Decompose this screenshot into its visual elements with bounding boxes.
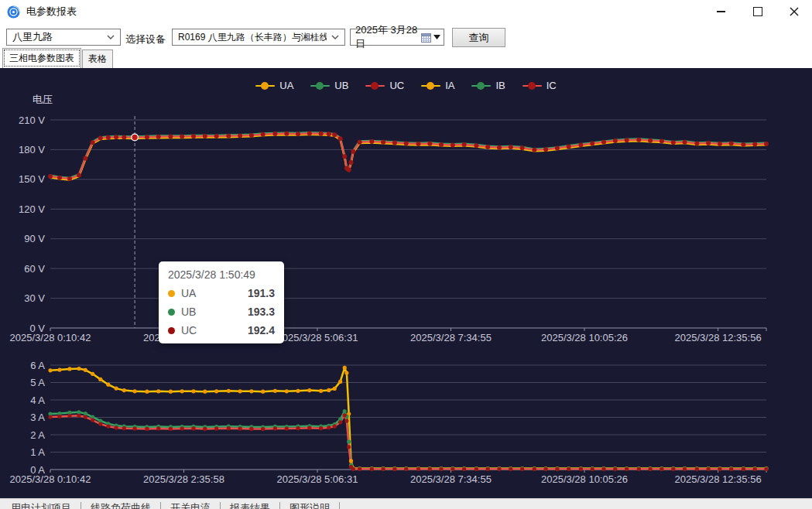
chart-legend: UAUBUCIAIBIC <box>0 80 812 91</box>
device-select-value: R0169 八里九路（长丰路）与湘桂线交 <box>178 31 327 44</box>
svg-text:120 V: 120 V <box>19 203 45 215</box>
device-select[interactable]: R0169 八里九路（长丰路）与湘桂线交 <box>172 29 345 46</box>
line-select[interactable]: 八里九路 <box>6 29 121 46</box>
legend-label: UA <box>279 80 293 91</box>
svg-text:0 V: 0 V <box>29 323 45 334</box>
tooltip-timestamp: 2025/3/28 1:50:49 <box>168 268 275 281</box>
svg-text:电压: 电压 <box>33 94 53 105</box>
legend-item-ic[interactable]: IC <box>522 80 557 91</box>
svg-text:2025/3/28 0:10:42: 2025/3/28 0:10:42 <box>10 473 91 485</box>
svg-text:150 V: 150 V <box>19 173 45 185</box>
date-picker-value: 2025年 3月28日 <box>355 23 421 51</box>
tooltip-rows: UA191.3UB193.3UC192.4 <box>168 287 275 336</box>
legend-item-ub[interactable]: UB <box>310 80 348 91</box>
legend-marker-icon <box>522 81 542 91</box>
svg-text:2025/3/28 12:35:56: 2025/3/28 12:35:56 <box>675 473 762 485</box>
legend-marker-icon <box>365 81 385 91</box>
tab-table[interactable]: 表格 <box>82 50 113 68</box>
svg-text:1 A: 1 A <box>30 446 45 458</box>
minimize-icon <box>717 11 725 12</box>
svg-text:2025/3/28 7:34:55: 2025/3/28 7:34:55 <box>410 473 492 485</box>
legend-label: UB <box>334 80 348 91</box>
tooltip-row-uc: UC192.4 <box>168 324 275 336</box>
legend-label: UC <box>389 80 404 91</box>
svg-text:60 V: 60 V <box>24 263 45 275</box>
tooltip-row-ub: UB193.3 <box>168 306 275 318</box>
device-label: 选择设备 <box>125 32 166 46</box>
svg-text:2025/3/28 5:06:31: 2025/3/28 5:06:31 <box>277 473 358 485</box>
background-window-text: 用电计划项目线路负荷曲线开关电流报表结果图形说明 <box>2 501 340 509</box>
legend-item-ib[interactable]: IB <box>471 80 505 91</box>
window-titlebar: 电参数报表 <box>0 0 812 24</box>
close-button[interactable] <box>776 0 812 23</box>
maximize-icon <box>753 7 762 16</box>
tab-strip: 三相电参数图表 表格 <box>0 51 812 68</box>
svg-text:6 A: 6 A <box>30 360 45 371</box>
svg-text:4 A: 4 A <box>30 395 45 406</box>
svg-text:2025/3/28 7:34:55: 2025/3/28 7:34:55 <box>410 332 492 343</box>
legend-marker-icon <box>471 81 491 91</box>
dropdown-arrow-icon <box>433 35 440 39</box>
chart-panel: 2025/3/28 0:10:422025/3/28 2:35:582025/3… <box>0 68 812 498</box>
window-title: 电参数报表 <box>26 5 77 19</box>
svg-text:210 V: 210 V <box>19 114 45 126</box>
calendar-icon <box>421 32 431 43</box>
svg-text:90 V: 90 V <box>24 233 45 244</box>
svg-text:2025/3/28 5:06:31: 2025/3/28 5:06:31 <box>277 332 358 343</box>
chart-tooltip: 2025/3/28 1:50:49 UA191.3UB193.3UC192.4 <box>159 261 284 343</box>
legend-item-uc[interactable]: UC <box>365 80 404 91</box>
chevron-down-icon <box>327 35 339 39</box>
legend-marker-icon <box>255 81 275 91</box>
legend-label: IA <box>445 80 454 91</box>
background-window-strip: 用电计划项目线路负荷曲线开关电流报表结果图形说明 <box>0 498 812 509</box>
close-icon <box>790 7 799 16</box>
svg-text:2025/3/28 12:35:56: 2025/3/28 12:35:56 <box>675 332 762 343</box>
chevron-down-icon <box>102 35 115 39</box>
tooltip-row-ua: UA191.3 <box>168 287 275 299</box>
line-select-value: 八里九路 <box>12 30 53 44</box>
svg-text:30 V: 30 V <box>24 292 45 304</box>
legend-label: IB <box>495 80 505 91</box>
svg-text:3 A: 3 A <box>30 412 45 423</box>
window-controls <box>703 0 812 23</box>
legend-item-ua[interactable]: UA <box>255 80 293 91</box>
svg-text:2025/3/28 0:10:42: 2025/3/28 0:10:42 <box>10 332 91 343</box>
legend-label: IC <box>546 80 557 91</box>
query-button[interactable]: 查询 <box>452 28 505 47</box>
maximize-button[interactable] <box>739 0 776 23</box>
svg-text:180 V: 180 V <box>19 144 45 155</box>
svg-text:2025/3/28 10:05:26: 2025/3/28 10:05:26 <box>541 473 628 485</box>
minimize-button[interactable] <box>703 0 739 23</box>
app-icon <box>7 5 20 19</box>
date-picker[interactable]: 2025年 3月28日 <box>350 29 444 46</box>
tab-chart[interactable]: 三相电参数图表 <box>2 48 81 68</box>
svg-text:5 A: 5 A <box>30 377 45 388</box>
legend-item-ia[interactable]: IA <box>421 80 454 91</box>
legend-marker-icon <box>310 81 330 91</box>
charts-canvas[interactable]: 2025/3/28 0:10:422025/3/28 2:35:582025/3… <box>0 68 812 498</box>
legend-marker-icon <box>421 81 440 91</box>
toolbar: 八里九路 选择设备 R0169 八里九路（长丰路）与湘桂线交 2025年 3月2… <box>0 23 812 51</box>
svg-text:2025/3/28 2:35:58: 2025/3/28 2:35:58 <box>143 473 224 485</box>
svg-text:0 A: 0 A <box>30 464 45 476</box>
svg-text:2025/3/28 10:05:26: 2025/3/28 10:05:26 <box>541 332 628 343</box>
svg-text:2 A: 2 A <box>30 429 45 441</box>
